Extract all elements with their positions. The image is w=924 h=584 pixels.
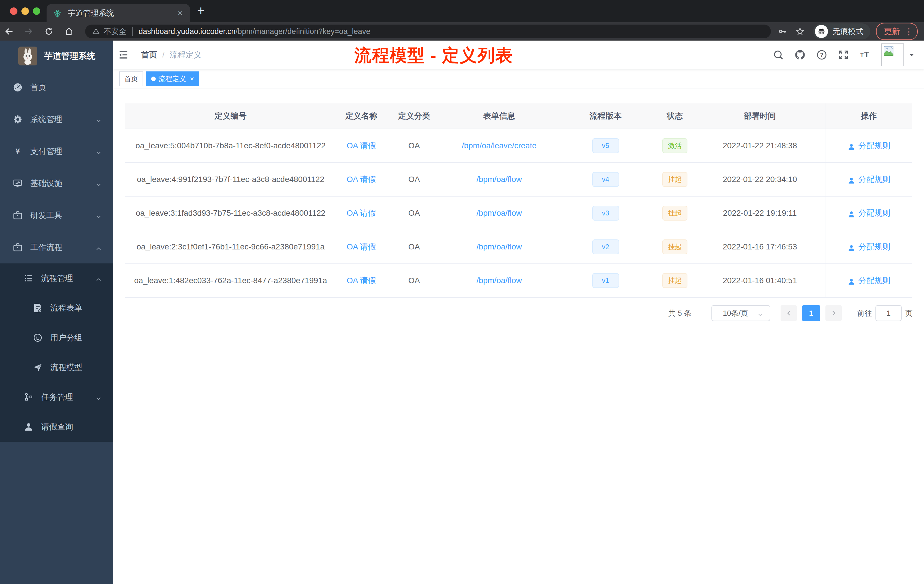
- goto-page-input[interactable]: [875, 305, 902, 321]
- minimize-window-button[interactable]: [21, 7, 29, 15]
- monitor-icon: [13, 178, 23, 188]
- github-icon[interactable]: [794, 49, 806, 61]
- deploy-time: 2022-01-16 01:40:51: [695, 264, 825, 297]
- chevron-up-icon: [95, 244, 102, 251]
- definition-name-link[interactable]: OA 请假: [346, 141, 376, 150]
- update-button[interactable]: 更新 ⋮: [876, 23, 918, 40]
- browser-menu-icon[interactable]: ⋮: [904, 26, 913, 36]
- close-window-button[interactable]: [10, 7, 17, 15]
- form-link[interactable]: /bpm/oa/flow: [477, 242, 522, 251]
- sidebar-item-leave-query[interactable]: 请假查询: [0, 412, 113, 442]
- bookmark-star-icon[interactable]: [795, 27, 805, 36]
- next-page-button[interactable]: [825, 305, 842, 321]
- tag-close-icon[interactable]: ×: [190, 75, 194, 83]
- sidebar-item-payment[interactable]: ¥支付管理: [0, 135, 113, 167]
- prev-page-button[interactable]: [780, 305, 797, 321]
- toolbar-right: 无痕模式 更新 ⋮: [771, 23, 924, 40]
- sidebar: 芋道管理系统 首页系统管理¥支付管理基础设施研发工具工作流程流程管理流程表单用户…: [0, 41, 113, 584]
- sidebar-item-devtools[interactable]: 研发工具: [0, 200, 113, 231]
- column-header: 定义分类: [386, 104, 442, 129]
- definition-name-link[interactable]: OA 请假: [346, 276, 376, 285]
- table-row: oa_leave:1:482ec033-762a-11ec-8477-a2380…: [125, 264, 912, 297]
- assign-rule-link[interactable]: 分配规则: [847, 208, 890, 219]
- sidebar-item-process-form[interactable]: 流程表单: [0, 293, 113, 323]
- definition-id: oa_leave:1:482ec033-762a-11ec-8477-a2380…: [125, 264, 336, 297]
- definition-name-link[interactable]: OA 请假: [346, 209, 376, 218]
- home-button[interactable]: [64, 26, 74, 36]
- definition-id: oa_leave:5:004b710b-7b8a-11ec-8ef0-acde4…: [125, 129, 336, 163]
- zoom-window-button[interactable]: [33, 7, 40, 15]
- chevron-down-icon: [752, 310, 759, 316]
- briefcase-icon: [13, 210, 23, 221]
- sidebar-item-home[interactable]: 首页: [0, 71, 113, 104]
- sidebar-item-label: 系统管理: [30, 114, 62, 125]
- sidebar-item-label: 首页: [30, 82, 46, 93]
- tab-close-icon[interactable]: ×: [176, 8, 184, 18]
- security-label: 不安全: [104, 26, 127, 36]
- goto-unit: 页: [905, 308, 912, 318]
- url-divider: [132, 27, 133, 36]
- sidebar-item-workflow[interactable]: 工作流程: [0, 231, 113, 264]
- fullscreen-icon[interactable]: [838, 49, 849, 61]
- font-size-icon[interactable]: TT: [860, 49, 871, 61]
- chevron-down-icon: [95, 116, 102, 123]
- forward-button[interactable]: [24, 26, 34, 36]
- assign-rule-label: 分配规则: [858, 275, 890, 286]
- definition-category: OA: [386, 264, 442, 297]
- help-icon[interactable]: ?: [816, 49, 827, 61]
- assign-rule-link[interactable]: 分配规则: [847, 174, 890, 185]
- definition-id: oa_leave:2:3c1f0ef1-76b1-11ec-9c66-a2380…: [125, 230, 336, 264]
- url-text: dashboard.yudao.iocoder.cn/bpm/manager/d…: [139, 27, 370, 36]
- form-link[interactable]: /bpm/oa/flow: [477, 276, 522, 285]
- active-dot: [151, 77, 156, 81]
- user-icon: [847, 209, 855, 217]
- form-link[interactable]: /bpm/oa/flow: [477, 209, 522, 218]
- search-icon[interactable]: [772, 49, 784, 61]
- form-link[interactable]: /bpm/oa/flow: [477, 175, 522, 184]
- address-bar[interactable]: 不安全 dashboard.yudao.iocoder.cn/bpm/manag…: [85, 25, 771, 38]
- sidebar-item-task-management[interactable]: 任务管理: [0, 382, 113, 412]
- assign-rule-link[interactable]: 分配规则: [847, 241, 890, 252]
- sidebar-item-label: 工作流程: [30, 242, 62, 253]
- hamburger-icon[interactable]: [118, 49, 129, 61]
- assign-rule-link[interactable]: 分配规则: [847, 140, 890, 151]
- sidebar-item-process-management[interactable]: 流程管理: [0, 264, 113, 293]
- sidebar-item-process-model[interactable]: 流程模型: [0, 353, 113, 382]
- update-label: 更新: [884, 26, 900, 37]
- breadcrumb-home[interactable]: 首页: [141, 49, 157, 60]
- chevron-down-icon[interactable]: [908, 51, 916, 59]
- definition-name-link[interactable]: OA 请假: [346, 242, 376, 251]
- assign-rule-label: 分配规则: [858, 140, 890, 151]
- current-page-button[interactable]: 1: [802, 305, 820, 321]
- status-badge: 挂起: [662, 206, 687, 221]
- pagination: 共 5 条 10条/页 1 前往 页: [668, 305, 912, 321]
- sidebar-item-system[interactable]: 系统管理: [0, 104, 113, 135]
- column-header: 定义名称: [336, 104, 386, 129]
- browser-tab[interactable]: 芋道管理系统 ×: [46, 4, 190, 22]
- sidebar-item-label: 研发工具: [30, 210, 62, 221]
- sidebar-item-user-group[interactable]: 用户分组: [0, 323, 113, 353]
- new-tab-button[interactable]: +: [197, 3, 205, 18]
- reload-button[interactable]: [44, 26, 54, 36]
- avatar[interactable]: [881, 43, 904, 66]
- back-button[interactable]: [4, 26, 14, 36]
- sidebar-logo[interactable]: 芋道管理系统: [0, 41, 113, 71]
- page-title-annotation: 流程模型 - 定义列表: [354, 44, 513, 67]
- tag-process-definition[interactable]: 流程定义 ×: [146, 71, 199, 86]
- key-icon[interactable]: [778, 27, 787, 36]
- svg-text:T: T: [860, 52, 863, 58]
- form-link[interactable]: /bpm/oa/leave/create: [462, 141, 536, 150]
- deploy-time: 2022-01-22 19:19:11: [695, 196, 825, 230]
- list-icon: [23, 273, 34, 284]
- send-icon: [33, 362, 43, 373]
- logo-title: 芋道管理系统: [44, 50, 96, 62]
- tag-home[interactable]: 首页: [119, 71, 143, 86]
- definition-name-link[interactable]: OA 请假: [346, 175, 376, 184]
- page-size-select[interactable]: 10条/页: [711, 305, 770, 321]
- svg-text:¥: ¥: [15, 147, 20, 156]
- chevron-right-icon: [830, 310, 837, 317]
- assign-rule-link[interactable]: 分配规则: [847, 275, 890, 286]
- incognito-icon: [815, 25, 828, 38]
- sidebar-item-label: 流程模型: [50, 362, 82, 373]
- sidebar-item-infrastructure[interactable]: 基础设施: [0, 167, 113, 200]
